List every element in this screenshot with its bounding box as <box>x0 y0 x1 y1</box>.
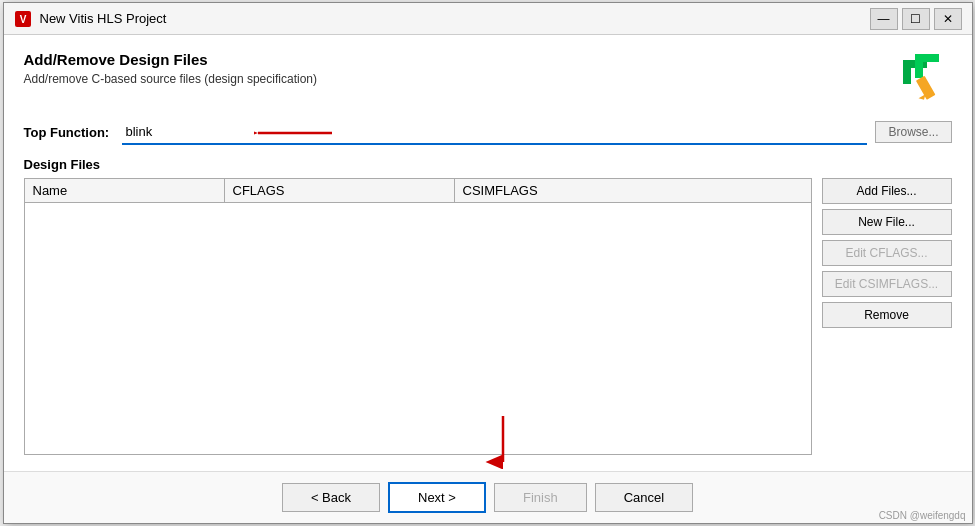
svg-text:V: V <box>19 14 26 25</box>
edit-csimflags-button[interactable]: Edit CSIMFLAGS... <box>822 271 952 297</box>
dialog-window: V New Vitis HLS Project — ☐ ✕ Add/Remove… <box>3 2 973 524</box>
column-name: Name <box>25 179 225 202</box>
edit-cflags-button[interactable]: Edit CFLAGS... <box>822 240 952 266</box>
watermark: CSDN @weifengdq <box>879 510 966 521</box>
back-button[interactable]: < Back <box>282 483 380 512</box>
title-bar: V New Vitis HLS Project — ☐ ✕ <box>4 3 972 35</box>
close-button[interactable]: ✕ <box>934 8 962 30</box>
next-button[interactable]: Next > <box>388 482 486 513</box>
design-files-section: Design Files Name CFLAGS CSIMFLAGS Add F… <box>24 157 952 455</box>
top-function-row: Top Function: Browse... <box>24 119 952 145</box>
table-body <box>25 203 811 454</box>
top-function-input[interactable] <box>122 119 868 145</box>
remove-button[interactable]: Remove <box>822 302 952 328</box>
main-content: Add/Remove Design Files Add/remove C-bas… <box>4 35 972 471</box>
window-title: New Vitis HLS Project <box>40 11 167 26</box>
dialog-subtitle: Add/remove C-based source files (design … <box>24 72 317 86</box>
add-files-button[interactable]: Add Files... <box>822 178 952 204</box>
header-text: Add/Remove Design Files Add/remove C-bas… <box>24 51 317 86</box>
cancel-button[interactable]: Cancel <box>595 483 693 512</box>
column-cflags: CFLAGS <box>225 179 455 202</box>
svg-rect-5 <box>915 54 939 62</box>
dialog-footer: < Back Next > Finish Cancel CSDN @weifen… <box>4 471 972 523</box>
file-action-buttons: Add Files... New File... Edit CFLAGS... … <box>822 178 952 455</box>
column-csimflags: CSIMFLAGS <box>455 179 811 202</box>
title-bar-left: V New Vitis HLS Project <box>14 10 167 28</box>
top-function-label: Top Function: <box>24 125 114 140</box>
new-file-button[interactable]: New File... <box>822 209 952 235</box>
design-files-label: Design Files <box>24 157 952 172</box>
table-header: Name CFLAGS CSIMFLAGS <box>25 179 811 203</box>
arrow-annotation-top <box>254 121 334 145</box>
logo-icon <box>900 51 952 103</box>
app-icon: V <box>14 10 32 28</box>
arrow-annotation-next <box>483 414 523 469</box>
maximize-button[interactable]: ☐ <box>902 8 930 30</box>
header-section: Add/Remove Design Files Add/remove C-bas… <box>24 51 952 103</box>
dialog-title: Add/Remove Design Files <box>24 51 317 68</box>
svg-rect-6 <box>915 76 935 100</box>
minimize-button[interactable]: — <box>870 8 898 30</box>
browse-button[interactable]: Browse... <box>875 121 951 143</box>
window-controls: — ☐ ✕ <box>870 8 962 30</box>
finish-button[interactable]: Finish <box>494 483 587 512</box>
files-table: Name CFLAGS CSIMFLAGS <box>24 178 812 455</box>
